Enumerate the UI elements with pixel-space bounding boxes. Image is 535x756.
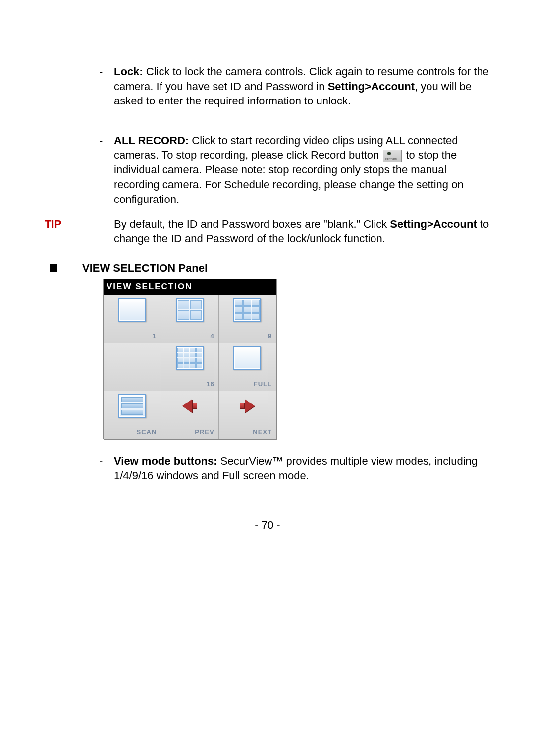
lock-label: Lock:: [114, 65, 143, 78]
view-9-button[interactable]: 9: [219, 295, 276, 343]
view-9-icon: [233, 298, 261, 322]
section-title: VIEW SELECTION Panel: [82, 261, 208, 276]
arrow-right-icon: [233, 394, 261, 418]
view-4-icon: [176, 298, 204, 322]
lock-item: - Lock: Click to lock the camera control…: [99, 64, 490, 108]
tip-label: TIP: [45, 217, 114, 246]
view-1-button[interactable]: 1: [104, 295, 161, 343]
tip-row: TIP By default, the ID and Password boxe…: [45, 217, 490, 246]
tip-text: By default, the ID and Password boxes ar…: [114, 217, 490, 246]
allrecord-text: ALL RECORD: Click to start recording vid…: [114, 133, 490, 206]
view-16-icon: [176, 346, 204, 370]
view-selection-panel: VIEW SELECTION 1 4 9: [103, 279, 276, 439]
viewmode-item: - View mode buttons: SecurView™ provides…: [99, 454, 490, 483]
view-selection-heading: VIEW SELECTION Panel: [45, 261, 490, 276]
view-4-button[interactable]: 4: [161, 295, 218, 343]
prev-button[interactable]: PREV: [161, 391, 218, 439]
allrecord-label: ALL RECORD:: [114, 134, 189, 147]
scan-icon: [118, 394, 146, 418]
dash-bullet: -: [99, 64, 114, 108]
dash-bullet: -: [99, 133, 114, 206]
tip-path: Setting>Account: [390, 218, 477, 230]
panel-title: VIEW SELECTION: [104, 279, 276, 295]
dash-bullet: -: [99, 454, 114, 483]
square-bullet-icon: [50, 264, 57, 272]
allrecord-item: - ALL RECORD: Click to start recording v…: [99, 133, 490, 206]
viewmode-label: View mode buttons:: [114, 455, 217, 467]
page-number: - 70 -: [45, 518, 490, 533]
view-16-button[interactable]: 16: [161, 343, 218, 391]
record-icon: [383, 150, 402, 162]
arrow-left-icon: [176, 394, 204, 418]
lock-text: Lock: Click to lock the camera controls.…: [114, 64, 490, 108]
view-full-button[interactable]: FULL: [219, 343, 276, 391]
view-full-icon: [233, 346, 261, 370]
viewmode-text: View mode buttons: SecurView™ provides m…: [114, 454, 490, 483]
view-1-icon: [118, 298, 146, 322]
empty-cell: [104, 343, 161, 391]
scan-button[interactable]: SCAN: [104, 391, 161, 439]
next-button[interactable]: NEXT: [219, 391, 276, 439]
lock-path: Setting>Account: [328, 80, 415, 93]
